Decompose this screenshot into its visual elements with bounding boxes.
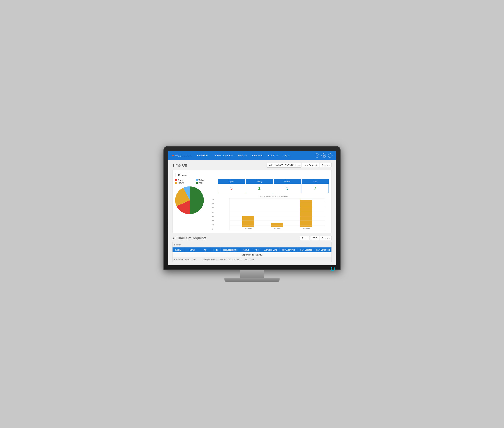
y-label-20: 20 bbox=[212, 220, 214, 222]
pie-chart bbox=[175, 185, 205, 215]
bar-dec2020: Dec-2020 bbox=[300, 200, 312, 230]
monitor: ✳ WEBCLOCK Employees Time Management Tim… bbox=[164, 146, 340, 282]
bar-chart: Sep-2020 Oct-2020 bbox=[230, 198, 325, 230]
chart-title: Time Off Hours: 09/08/20 to 12/25/20 bbox=[218, 196, 329, 198]
y-label-10: 10 bbox=[212, 224, 214, 226]
legend-past-label: Past bbox=[198, 182, 202, 184]
y-label-60: 60 bbox=[212, 203, 214, 205]
y-label-70: 70 bbox=[212, 198, 214, 200]
search-input[interactable] bbox=[174, 244, 330, 246]
th-empid: EmpID bbox=[173, 247, 184, 252]
bar-dec2020-label: Dec-2020 bbox=[303, 228, 310, 230]
nav-scheduling[interactable]: Scheduling bbox=[251, 153, 264, 158]
power-button[interactable] bbox=[331, 267, 335, 271]
bar-sep2020-label: Sep-2020 bbox=[245, 228, 252, 230]
legend-open-dot bbox=[175, 179, 177, 181]
pdf-button[interactable]: PDF bbox=[310, 236, 319, 240]
stat-card-today: Today 1 bbox=[246, 179, 273, 193]
stat-cards: Open 3 Today 1 Future 3 bbox=[218, 179, 329, 193]
stat-card-open-value: 3 bbox=[218, 184, 245, 193]
th-first-approved: First Approved bbox=[280, 247, 297, 252]
nav-expenses[interactable]: Expenses bbox=[267, 153, 279, 158]
stat-card-today-header: Today bbox=[246, 179, 273, 184]
dashboard-row: Open Today Future bbox=[175, 179, 329, 230]
nav-payroll[interactable]: Payroll bbox=[282, 153, 290, 158]
logo-text: WEBCLOCK bbox=[175, 154, 192, 157]
left-panel: Open Today Future bbox=[175, 179, 215, 230]
all-requests-title: All Time Off Requests bbox=[172, 236, 207, 240]
legend-future-dot bbox=[175, 182, 177, 184]
reports-button-top[interactable]: Reports bbox=[320, 163, 332, 167]
chart-wrapper: 0 10 20 30 40 50 60 70 bbox=[218, 198, 329, 230]
page-actions: All 12/18/2020 - 01/01/2021 New Request … bbox=[266, 163, 332, 168]
stat-card-today-value: 1 bbox=[246, 184, 273, 193]
nav-items: Employees Time Management Time Off Sched… bbox=[197, 153, 315, 158]
page-content: Time Off All 12/18/2020 - 01/01/2021 New… bbox=[168, 160, 336, 265]
monitor-stand-neck bbox=[240, 270, 264, 278]
bar-oct2020-bar bbox=[271, 223, 283, 227]
employee-row[interactable]: Afternoon, John - 3874 Employee Balances… bbox=[173, 257, 331, 262]
stat-card-past-header: Past bbox=[302, 179, 329, 184]
main-card: Requests Open bbox=[172, 170, 332, 233]
top-nav: ✳ WEBCLOCK Employees Time Management Tim… bbox=[168, 151, 336, 160]
bar-oct2020: Oct-2020 bbox=[271, 223, 283, 230]
chart-bars: Sep-2020 Oct-2020 bbox=[230, 198, 325, 230]
legend-today: Today bbox=[196, 179, 215, 181]
legend: Open Today Future bbox=[175, 179, 215, 184]
page-title: Time Off bbox=[172, 163, 187, 168]
new-request-button[interactable]: New Request bbox=[302, 163, 319, 167]
employee-balances: Employee Balances: FHOL: 8.00 - PTO: 44.… bbox=[202, 259, 254, 261]
bar-dec2020-bar bbox=[300, 200, 312, 227]
th-type: Type bbox=[200, 247, 211, 252]
th-submitted-date: Submitted Date bbox=[261, 247, 280, 252]
section-actions: Excel PDF Reports bbox=[300, 236, 332, 240]
legend-future-label: Future bbox=[178, 182, 184, 184]
logo-area: ✳ WEBCLOCK bbox=[172, 153, 192, 158]
legend-today-dot bbox=[196, 179, 198, 181]
y-label-50: 50 bbox=[212, 207, 214, 209]
bar-sep2020-bar bbox=[242, 216, 254, 227]
app: ✳ WEBCLOCK Employees Time Management Tim… bbox=[168, 151, 336, 265]
employee-name: Afternoon, John - 3874 bbox=[174, 258, 202, 261]
legend-past: Past bbox=[196, 182, 215, 184]
stat-card-open-header: Open bbox=[218, 179, 245, 184]
y-label-30: 30 bbox=[212, 215, 214, 217]
logout-icon[interactable]: → bbox=[328, 153, 332, 158]
monitor-stand-base bbox=[224, 278, 280, 282]
requests-tab[interactable]: Requests bbox=[175, 173, 190, 177]
logo-web: WEB bbox=[175, 154, 182, 157]
nav-employees[interactable]: Employees bbox=[197, 153, 209, 158]
dept-row: Department - DEPT1 bbox=[173, 252, 331, 257]
nav-time-off[interactable]: Time Off bbox=[238, 153, 247, 158]
bar-oct2020-label: Oct-2020 bbox=[274, 228, 281, 230]
logo-clock: CLOCK bbox=[182, 154, 192, 157]
stat-card-future-value: 3 bbox=[274, 184, 301, 193]
date-range-dropdown[interactable]: All 12/18/2020 - 01/01/2021 bbox=[266, 163, 301, 168]
nav-time-management[interactable]: Time Management bbox=[213, 153, 233, 158]
legend-today-label: Today bbox=[198, 179, 204, 181]
logo-icon: ✳ bbox=[172, 153, 174, 158]
stat-card-past-value: 7 bbox=[302, 184, 329, 193]
legend-past-dot bbox=[196, 182, 198, 184]
reports-button-bottom[interactable]: Reports bbox=[320, 236, 332, 240]
th-name: Name bbox=[184, 247, 200, 252]
stat-card-future-header: Future bbox=[274, 179, 301, 184]
settings-icon[interactable]: ⚙ bbox=[322, 153, 326, 158]
monitor-screen: ✳ WEBCLOCK Employees Time Management Tim… bbox=[168, 151, 336, 265]
monitor-body: ✳ WEBCLOCK Employees Time Management Tim… bbox=[164, 146, 340, 270]
excel-button[interactable]: Excel bbox=[300, 236, 310, 240]
legend-open-label: Open bbox=[178, 179, 183, 181]
section-header-row: All Time Off Requests Excel PDF Reports bbox=[172, 236, 332, 240]
y-label-40: 40 bbox=[212, 211, 214, 213]
th-paid: Paid bbox=[252, 247, 261, 252]
help-icon[interactable]: ? bbox=[315, 153, 319, 158]
y-label-0: 0 bbox=[212, 228, 214, 230]
th-status: Status bbox=[240, 247, 252, 252]
stat-card-open: Open 3 bbox=[218, 179, 245, 193]
right-panel: Open 3 Today 1 Future 3 bbox=[218, 179, 329, 230]
stat-card-future: Future 3 bbox=[274, 179, 301, 193]
th-hours: Hours bbox=[211, 247, 221, 252]
page-header: Time Off All 12/18/2020 - 01/01/2021 New… bbox=[172, 163, 332, 168]
search-row bbox=[173, 242, 331, 247]
bar-sep2020: Sep-2020 bbox=[242, 216, 254, 230]
